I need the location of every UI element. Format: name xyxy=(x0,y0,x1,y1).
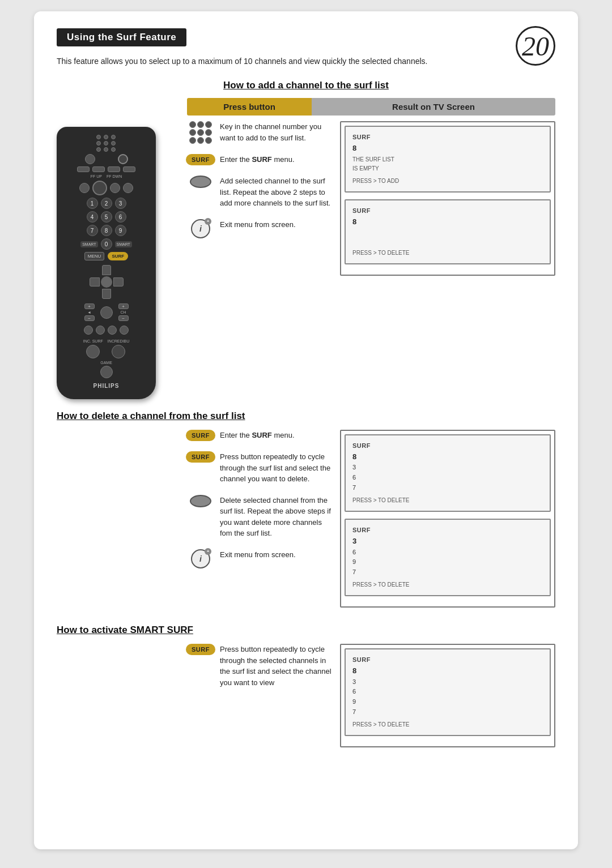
remote-num-9: 9 xyxy=(115,225,126,236)
remote-incredible: INCREDIBU xyxy=(108,339,130,358)
del-info-btn-plus: + xyxy=(205,548,211,555)
add-step-1-text: Key in the channel number you want to ad… xyxy=(220,121,334,143)
section-title-bar: Using the Surf Feature xyxy=(57,28,186,46)
delete-content: SURF Enter the SURF menu. SURF Press but… xyxy=(187,430,555,615)
smart-steps: SURF Press button repeatedly to cycle th… xyxy=(187,644,334,755)
del-tv1-channel: 8 xyxy=(352,451,543,463)
smart-content: SURF Press button repeatedly to cycle th… xyxy=(187,644,555,755)
add-step-3: Add selected channel to the surf list. R… xyxy=(187,176,334,209)
smart-tv1-channel: 8 xyxy=(352,665,543,677)
remote-btn-rect-4 xyxy=(123,166,135,172)
dot-1 xyxy=(96,135,101,139)
remote-label-ffup: FF UP xyxy=(91,174,102,178)
info-btn-1: + xyxy=(191,219,210,238)
dot-6 xyxy=(111,141,116,146)
remote-center-circle xyxy=(100,306,113,319)
del-step-1: SURF Enter the SURF menu. xyxy=(187,430,334,441)
remote-vol-up: + ◄ − xyxy=(84,303,95,321)
smart-tv1-press: PRESS > TO DELETE xyxy=(352,720,543,729)
add-tv1-info: THE SURF LISTIS EMPTY xyxy=(352,155,543,173)
smart-tv-screens: SURF 8 3697 PRESS > TO DELETE xyxy=(340,644,555,755)
del-step-1-icon: SURF xyxy=(187,430,214,441)
remote-bottom-row-2: INC. SURF INCREDIBU xyxy=(62,339,150,358)
page-number: 20 xyxy=(516,26,555,66)
num-grid-icon xyxy=(189,121,212,144)
info-btn-plus: + xyxy=(205,218,211,225)
remote-circ-2 xyxy=(110,183,120,193)
del-tv-screen-1: SURF 8 367 PRESS > TO DELETE xyxy=(345,434,551,512)
remote-num-2: 2 xyxy=(101,198,112,209)
delete-section-title: How to delete a channel from the surf li… xyxy=(57,411,555,422)
remote-dpad-right xyxy=(113,277,124,287)
add-section-title: How to add a channel to the surf list xyxy=(57,80,555,91)
dot-8 xyxy=(104,147,108,152)
remote-smart-row: SMART 0 SMART xyxy=(62,238,150,250)
smart-section-title: How to activate SMART SURF xyxy=(57,625,555,636)
remote-power-btn xyxy=(118,154,128,164)
remote-game-label: GAME xyxy=(100,361,112,365)
remote-incredible-btn xyxy=(112,345,125,358)
smart-tv-group: SURF 8 3697 PRESS > TO DELETE xyxy=(340,644,555,747)
ngb-9 xyxy=(205,137,212,144)
page-container: Using the Surf Feature 20 This feature a… xyxy=(34,11,578,849)
remote-dpad xyxy=(90,265,124,299)
remote-num-6: 6 xyxy=(115,211,126,223)
del-tv2-channel: 3 xyxy=(352,536,543,548)
ngb-2 xyxy=(197,121,204,128)
remote-dpad-center xyxy=(101,276,112,288)
remote-vol-label: ◄ xyxy=(87,310,91,314)
surf-badge-1: SURF xyxy=(186,154,215,165)
del-step-3-text: Delete selected channel from the surf li… xyxy=(220,495,334,539)
add-tv2-press: PRESS > TO DELETE xyxy=(352,249,543,258)
remote-btn-rect-2 xyxy=(92,166,105,172)
remote-smart-left: SMART xyxy=(80,241,97,247)
del-step-4-text: Exit menu from screen. xyxy=(220,549,334,561)
delete-tv-group: SURF 8 367 PRESS > TO DELETE SURF 3 697 … xyxy=(340,430,555,608)
smart-step-1-icon: SURF xyxy=(187,644,214,655)
remote-num-4: 4 xyxy=(87,211,98,223)
remote-menu-btn: MENU xyxy=(84,252,105,260)
remote-num-3: 3 xyxy=(115,198,126,209)
ngb-1 xyxy=(189,121,196,128)
smart-tv-screen-1: SURF 8 3697 PRESS > TO DELETE xyxy=(345,648,551,736)
remote-btn-rect-3 xyxy=(108,166,120,172)
remote-btn-rect-1 xyxy=(77,166,90,172)
remote-num-7: 7 xyxy=(87,225,98,236)
remote-dpad-down xyxy=(102,289,111,299)
del-step-3-icon xyxy=(187,495,214,507)
remote-circ-1 xyxy=(79,183,90,193)
add-step-4-text: Exit menu from screen. xyxy=(220,219,334,230)
del-tv1-list: 367 xyxy=(352,463,543,493)
add-step-4: + Exit menu from screen. xyxy=(187,219,334,238)
delete-section: How to delete a channel from the surf li… xyxy=(57,411,555,615)
del-surf-badge-1: SURF xyxy=(186,430,215,441)
dot-4 xyxy=(96,141,101,146)
remote-vol-down-btn: − xyxy=(84,315,95,321)
remote-num-row-3: 7 8 9 xyxy=(62,225,150,236)
del-tv-screen-2: SURF 3 697 PRESS > TO DELETE xyxy=(345,519,551,596)
step-1-icon xyxy=(187,121,214,144)
remote-circ-3 xyxy=(123,183,133,193)
del-step-4-icon: + xyxy=(187,549,214,568)
ngb-3 xyxy=(205,121,212,128)
delete-steps: SURF Enter the SURF menu. SURF Press but… xyxy=(187,430,334,615)
remote-dpad-up xyxy=(102,265,111,275)
dot-7 xyxy=(96,147,101,152)
remote-bottom-btn-4 xyxy=(120,326,129,335)
del-tv1-press: PRESS > TO DELETE xyxy=(352,496,543,505)
dot-9 xyxy=(111,147,116,152)
remote-surf-btn: SURF xyxy=(108,252,128,260)
dot-2 xyxy=(104,135,108,139)
remote-incsurf-btn xyxy=(86,345,100,358)
remote-ch-down-btn: − xyxy=(118,315,129,321)
remote-row-2 xyxy=(62,166,150,172)
remote-smart-right: SMART xyxy=(115,241,132,247)
remote-top-dots xyxy=(96,135,117,152)
del-info-btn: + xyxy=(191,549,210,568)
remote-num-row-1: 1 2 3 xyxy=(62,198,150,209)
remote-incsurf-label: INC. SURF xyxy=(83,339,103,343)
add-tv2-surf-label: SURF xyxy=(352,206,543,216)
add-tv-screen-1: SURF 8 THE SURF LISTIS EMPTY PRESS > TO … xyxy=(345,126,551,193)
delete-tv-screens: SURF 8 367 PRESS > TO DELETE SURF 3 697 … xyxy=(340,430,555,615)
remote-control-column: FF UP FF DWN 1 2 3 4 5 xyxy=(57,121,170,399)
